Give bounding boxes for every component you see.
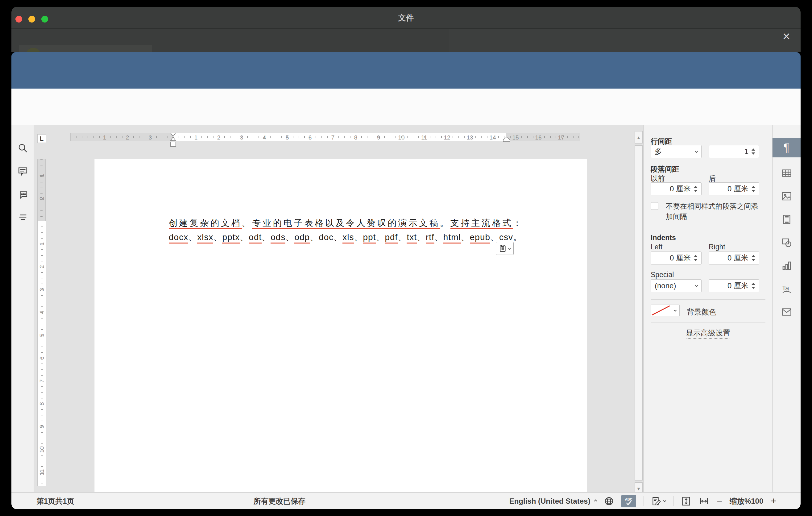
fit-width-icon [699, 496, 709, 507]
fit-page-button[interactable] [681, 496, 691, 507]
set-language-button[interactable] [604, 496, 614, 506]
misspelled-word: epub [470, 232, 490, 243]
shape-settings-tab[interactable] [773, 233, 801, 252]
chat-button[interactable] [17, 188, 29, 201]
paragraph-spacing-label: 段落间距 [651, 165, 679, 174]
globe-icon [604, 496, 614, 506]
tab-selector[interactable]: L [37, 134, 46, 143]
language-selector[interactable]: English (United States) [509, 497, 590, 506]
ruler-number: 1 [101, 134, 108, 141]
paste-options-icon [499, 245, 507, 253]
spinner-arrows[interactable] [752, 148, 755, 154]
background-color-swatch[interactable] [651, 305, 671, 316]
navigation-button[interactable] [17, 211, 29, 224]
text-segment: 、 [376, 232, 385, 242]
right-indent-marker[interactable] [502, 137, 511, 142]
ruler-number: 9 [38, 423, 46, 431]
paste-options-button[interactable] [496, 242, 514, 255]
overlay-backdrop [11, 29, 801, 52]
table-settings-tab[interactable] [773, 164, 801, 183]
headerfooter-settings-tab[interactable] [773, 210, 801, 229]
zoom-level[interactable]: 缩放%100 [730, 496, 763, 506]
indent-right-input[interactable]: 0 厘米 [709, 252, 759, 264]
paragraph[interactable]: 创建复杂的文档、专业的电子表格以及令人赞叹的演示文稿。支持主流格式： docx、… [169, 217, 516, 243]
ruler-number: 11 [420, 134, 428, 141]
save-status: 所有更改已保存 [218, 492, 341, 510]
spinner-arrows[interactable] [694, 186, 698, 192]
page-number-indicator[interactable]: 第1页共1页 [36, 492, 74, 510]
zoom-in-button[interactable]: + [771, 495, 777, 507]
line-spacing-select[interactable]: 多 [651, 145, 701, 158]
window-title: 文件 [11, 7, 801, 29]
search-icon [18, 143, 28, 153]
background-color-arrow[interactable] [671, 305, 680, 316]
fit-page-icon [681, 496, 691, 507]
first-line-indent-marker[interactable] [169, 133, 177, 142]
paragraph-line-2: docx、xlsx、pptx、odt、ods、odp、doc、xls、ppt、p… [169, 231, 516, 243]
table-icon [781, 168, 792, 179]
spinner-arrows[interactable] [752, 186, 755, 192]
spinner-arrows[interactable] [694, 255, 698, 261]
indent-right-value: 0 厘米 [727, 253, 749, 263]
scrollbar-thumb[interactable] [635, 145, 643, 481]
chart-settings-tab[interactable] [773, 256, 801, 275]
zoom-out-button[interactable]: − [717, 496, 722, 507]
spellcheck-icon: ABC [624, 496, 633, 506]
horizontal-ruler[interactable]: 1234567891011121314151617321 [70, 133, 580, 141]
ruler-number: 1 [192, 134, 200, 141]
text-segment: 、 [262, 232, 270, 242]
chevron-up-icon [594, 500, 597, 503]
misspelled-word: ppt [363, 232, 376, 243]
advanced-settings-label: 显示高级设置 [686, 329, 730, 339]
paragraph-settings-tab[interactable]: ¶ [773, 138, 801, 157]
ruler-content-region [173, 133, 506, 141]
scroll-up-button[interactable]: ▲ [635, 131, 643, 144]
misspelled-word: docx [169, 232, 188, 243]
indent-left-input[interactable]: 0 厘米 [651, 252, 701, 264]
image-settings-tab[interactable] [773, 187, 801, 206]
comments-button[interactable] [17, 165, 29, 177]
search-button[interactable] [17, 142, 29, 154]
text-segment: 、 [398, 232, 407, 242]
misspelled-word: rtf [426, 232, 434, 243]
fit-width-button[interactable] [699, 496, 709, 507]
mailmerge-settings-tab[interactable] [773, 303, 801, 322]
spinner-arrows[interactable] [752, 255, 755, 261]
ruler-number: 5 [284, 134, 291, 141]
spellcheck-button[interactable]: ABC [621, 495, 636, 507]
special-amount-input[interactable]: 0 厘米 [709, 279, 759, 292]
special-select[interactable]: (none) [651, 279, 701, 292]
misspelled-word: xls [343, 232, 354, 243]
svg-text:Ta: Ta [782, 284, 789, 292]
vertical-ruler[interactable]: 123456789101121 [37, 159, 46, 485]
textart-settings-tab[interactable]: Ta [773, 279, 801, 298]
image-icon [781, 191, 792, 202]
advanced-settings-link[interactable]: 显示高级设置 [643, 328, 773, 338]
no-space-between-checkbox[interactable] [651, 202, 658, 210]
spinner-arrows[interactable] [752, 283, 755, 289]
line-spacing-amount[interactable]: 1 [709, 145, 759, 158]
status-bar: 第1页共1页 所有更改已保存 English (United States) A… [11, 492, 801, 509]
close-editor-button[interactable]: × [779, 30, 794, 45]
app-window: 文件 × ↶ ↷ 会议发言.docx adm***@dootask.com 文件… [11, 7, 801, 509]
spacing-after-input[interactable]: 0 厘米 [709, 182, 759, 195]
spacing-before-input[interactable]: 0 厘米 [651, 182, 701, 195]
text-segment: 、 [213, 232, 222, 242]
special-value: (none) [655, 282, 676, 290]
track-changes-button[interactable] [651, 496, 666, 506]
special-amount-value: 0 厘米 [727, 281, 749, 291]
chevron-down-icon [663, 499, 666, 502]
ruler-number: 2 [124, 134, 131, 141]
right-icon-strip: ¶ Ta [772, 125, 801, 492]
document-page[interactable]: 创建复杂的文档、专业的电子表格以及令人赞叹的演示文稿。支持主流格式： docx、… [94, 159, 587, 492]
text-segment: 、 [417, 232, 426, 242]
ruler-number: 12 [443, 134, 451, 141]
chevron-down-icon [674, 309, 677, 312]
left-indent-marker[interactable] [170, 142, 176, 147]
misspelled-word: xlsx [197, 232, 213, 243]
paragraph-settings-panel: 行间距 多 1 段落间距 以前 后 0 厘米 0 厘米 不要在相同样式的段落之间… [643, 125, 772, 492]
ruler-number: 1 [38, 240, 46, 248]
editor-header: ↶ ↷ 会议发言.docx adm***@dootask.com 文件 主页 插… [11, 52, 801, 89]
ruler-number: 16 [535, 134, 542, 141]
background-color-label: 背景颜色 [687, 307, 716, 317]
